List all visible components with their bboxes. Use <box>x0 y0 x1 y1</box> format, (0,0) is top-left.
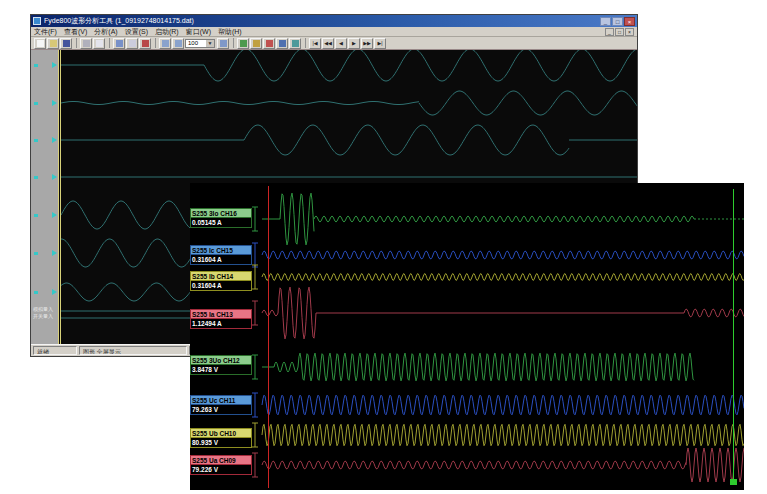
channel-id-tag <box>34 252 38 255</box>
channel-name: S255 Uc CH11 <box>190 395 252 405</box>
analog-channels-window: S255 3Io CH160.05145 AS255 Ic CH150.3160… <box>190 183 744 490</box>
channel-name: S255 Ub CH10 <box>190 428 252 438</box>
step-back-icon: ◀ <box>339 41 343 46</box>
menu-item-3[interactable]: 设置(S) <box>125 27 148 37</box>
menu-item-6[interactable]: 帮助(H) <box>218 27 242 37</box>
channel-marker-arrow-icon[interactable] <box>52 100 57 106</box>
grid-view-button[interactable] <box>113 38 125 49</box>
fast-forward-button[interactable]: ▶▶ <box>361 38 373 49</box>
menu-item-0[interactable]: 文件(F) <box>34 27 57 37</box>
minimize-button[interactable]: _ <box>600 17 611 26</box>
time-cursor-yellow[interactable] <box>60 50 61 346</box>
time-cursor-green[interactable] <box>733 189 734 485</box>
vector-icon <box>253 40 260 47</box>
combo-dropdown-icon[interactable]: ▼ <box>206 40 214 47</box>
menu-item-2[interactable]: 分析(A) <box>94 27 117 37</box>
channel-scale-marker <box>252 453 258 477</box>
open-button[interactable] <box>47 38 59 49</box>
channel-marker-arrow-icon[interactable] <box>52 174 57 180</box>
channel-value: 0.31604 A <box>190 281 252 291</box>
channel-value: 0.05145 A <box>190 218 252 228</box>
curve-tool-button[interactable] <box>289 38 301 49</box>
channel-value: 1.12494 A <box>190 319 252 329</box>
mdi-close-button[interactable]: × <box>625 28 634 36</box>
fast-forward-icon: ▶▶ <box>363 41 371 46</box>
status-ready: 就绪 <box>33 346 77 355</box>
toolbar-separator <box>233 38 234 48</box>
rewind-button[interactable]: ◀◀ <box>322 38 334 49</box>
menu-item-1[interactable]: 查看(V) <box>64 27 87 37</box>
waveform-path <box>262 461 686 469</box>
vector-diagram-button[interactable] <box>250 38 262 49</box>
zoom-out-button[interactable] <box>172 38 184 49</box>
channel-label[interactable]: S255 Ua CH0979.226 V <box>190 455 252 475</box>
apply-zoom-button[interactable] <box>217 38 229 49</box>
go-first-button[interactable]: |◀ <box>309 38 321 49</box>
window-title: Fyde800波形分析工具 (1_09192748014175.dat) <box>44 16 600 26</box>
go-last-button[interactable]: ▶| <box>374 38 386 49</box>
waveform-path <box>684 309 744 317</box>
new-button[interactable] <box>34 38 46 49</box>
printer-icon <box>83 40 90 47</box>
list-icon <box>279 40 286 47</box>
channel-marker-arrow-icon[interactable] <box>52 137 57 143</box>
channel-scale-marker <box>252 301 258 325</box>
channel-label[interactable]: S255 Ia CH131.12494 A <box>190 309 252 329</box>
channel-id-tag <box>34 176 38 179</box>
waveform-path <box>262 395 744 415</box>
marker-button[interactable] <box>139 38 151 49</box>
waveform-path <box>280 193 314 245</box>
harmonic-analysis-button[interactable] <box>237 38 249 49</box>
toolbar-separator <box>305 38 306 48</box>
toolbar-separator <box>109 38 110 48</box>
menu-item-4[interactable]: 启动(R) <box>155 27 179 37</box>
copy-button[interactable] <box>93 38 105 49</box>
channel-marker-arrow-icon[interactable] <box>52 62 57 68</box>
channel-scale-marker <box>252 243 258 267</box>
play-button[interactable]: ▶ <box>348 38 360 49</box>
menu-bar: 文件(F)查看(V)分析(A)设置(S)启动(R)窗口(W)帮助(H) _□× <box>31 27 637 37</box>
save-button[interactable] <box>60 38 72 49</box>
digital-channel-label: 模拟量入 <box>33 306 53 312</box>
toolbar-separator <box>155 38 156 48</box>
new-page-icon <box>37 40 44 47</box>
step-back-button[interactable]: ◀ <box>335 38 347 49</box>
channel-scale-marker <box>252 265 258 289</box>
menu-item-5[interactable]: 窗口(W) <box>186 27 211 37</box>
maximize-button[interactable]: □ <box>612 17 623 26</box>
channel-label[interactable]: S255 Ub CH1080.935 V <box>190 428 252 448</box>
zoom-in-button[interactable] <box>159 38 171 49</box>
value-list-button[interactable] <box>276 38 288 49</box>
channel-scale-marker <box>252 207 258 231</box>
mdi-minimize-button[interactable]: _ <box>605 28 614 36</box>
waveform-path <box>61 102 419 105</box>
close-button[interactable]: × <box>624 17 635 26</box>
sequence-button[interactable] <box>263 38 275 49</box>
channel-name: S255 Ic CH15 <box>190 245 252 255</box>
analog-waveform-plot[interactable] <box>190 183 744 490</box>
channel-label[interactable]: S255 3Uo CH123.8478 V <box>190 355 252 375</box>
print-button[interactable] <box>80 38 92 49</box>
channel-scale-marker <box>252 393 258 417</box>
channel-label[interactable]: S255 Ib CH140.31604 A <box>190 271 252 291</box>
channel-scale-marker <box>252 423 258 447</box>
preview-button[interactable] <box>126 38 138 49</box>
channel-name: S255 Ib CH14 <box>190 271 252 281</box>
channel-label[interactable]: S255 Uc CH1179.263 V <box>190 395 252 415</box>
app-icon <box>33 17 41 25</box>
waveform-path <box>262 310 278 316</box>
green-cursor-handle[interactable] <box>730 479 737 485</box>
channel-label[interactable]: S255 3Io CH160.05145 A <box>190 208 252 228</box>
channel-label[interactable]: S255 Ic CH150.31604 A <box>190 245 252 265</box>
channel-marker-arrow-icon[interactable] <box>52 250 57 256</box>
channel-id-tag <box>34 214 38 217</box>
title-bar[interactable]: Fyde800波形分析工具 (1_09192748014175.dat) _□× <box>31 15 637 27</box>
waveform-path <box>298 353 694 381</box>
channel-marker-arrow-icon[interactable] <box>52 212 57 218</box>
mdi-maximize-button[interactable]: □ <box>615 28 624 36</box>
harmonic-icon <box>240 40 247 47</box>
fault-cursor-red[interactable] <box>268 186 269 488</box>
zoom-level-combo[interactable]: 100▼ <box>185 39 215 48</box>
channel-id-tag <box>34 291 38 294</box>
channel-marker-arrow-icon[interactable] <box>52 289 57 295</box>
